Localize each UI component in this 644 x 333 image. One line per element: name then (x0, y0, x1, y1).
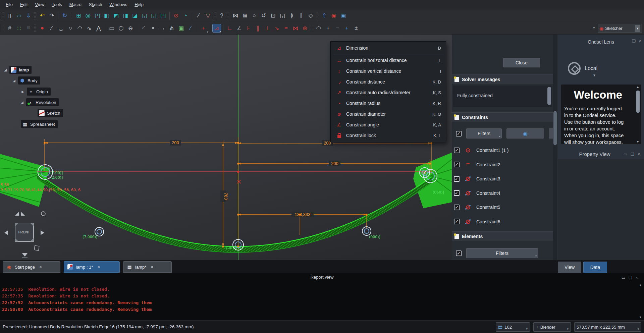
nav-mini-cube[interactable] (34, 245, 39, 251)
tree-item-lamp[interactable]: ◢lamp (3, 65, 32, 74)
menu-windows[interactable]: Windows (106, 1, 131, 8)
menu-macro[interactable]: Macro (66, 1, 85, 8)
menu-item-radius[interactable]: ◔Constrain radiusK, R (331, 98, 446, 109)
show-hide-constraints-button[interactable]: ◉ (506, 128, 544, 138)
tree-item-revolution[interactable]: ◢◗Revolution (20, 98, 59, 107)
menu-item-dimension[interactable]: ⊿DimensionD (331, 43, 446, 53)
decimals-selector[interactable]: ▤ 162▾ (496, 322, 530, 332)
constraint-visibility-checkbox[interactable]: ✓ (454, 162, 460, 167)
toggle-bspline-info-icon[interactable]: ± (352, 24, 361, 33)
split-edge-icon[interactable]: ⋔ (167, 24, 176, 33)
sketch-scale-icon[interactable]: ⊡ (269, 11, 277, 20)
sketch-move-icon[interactable]: ◇ (306, 11, 315, 20)
menu-item-vertical-distance[interactable]: ↕Constrain vertical distanceI (331, 66, 446, 76)
bottom-view-icon[interactable]: ◱ (140, 11, 149, 20)
scroll-thumb[interactable] (636, 91, 640, 113)
sketch-point[interactable] (429, 163, 431, 165)
deactivate-constraint-icon[interactable]: − (333, 24, 342, 33)
tree-item-origin[interactable]: ▶⌖Origin (21, 87, 51, 96)
menu-tools[interactable]: Tools (48, 1, 65, 8)
tab-lamp-document[interactable]: lamp : 1* × (64, 261, 120, 273)
measure-distance-icon[interactable]: ∕ (194, 11, 203, 20)
tree-item-sketch[interactable]: Sketch (32, 109, 63, 117)
menu-item-lock[interactable]: Constrain lockK, L (331, 130, 446, 141)
float-panel-icon[interactable]: ❏ (629, 275, 632, 280)
create-conic-icon[interactable]: ◠ (75, 24, 84, 33)
dock-panel-icon[interactable]: ▭ (624, 152, 627, 157)
std-views-icon[interactable]: ▣ (339, 11, 347, 20)
front-view-icon[interactable]: ◧ (102, 11, 111, 20)
constraint-row[interactable]: ✓⊘Constraint6 (454, 217, 500, 227)
float-panel-icon[interactable]: ❏ (631, 152, 634, 157)
sketch-resize-icon[interactable]: ◱ (278, 11, 287, 20)
constrain-dimension-icon[interactable]: ⊿ (212, 24, 221, 33)
constraints-header[interactable]: Constraints (452, 112, 553, 122)
create-slot-icon[interactable]: ⊖ (126, 24, 135, 33)
zoom-selection-icon[interactable]: ◎ (84, 11, 92, 20)
zoom-fit-icon[interactable]: ⊞ (74, 11, 83, 20)
navigation-cube[interactable]: FRONT (4, 212, 45, 258)
sketch-rotate-icon[interactable]: ↺ (259, 11, 268, 20)
menu-item-auto-radius-diameter[interactable]: ↗Constrain auto radius/diameterK, S (331, 87, 446, 98)
menu-item-diameter[interactable]: ⌀Constrain diameterK, O (331, 109, 446, 119)
constraint-row[interactable]: ✓⊘Constraint3 (454, 174, 500, 184)
welcome-scrollbar[interactable]: ▲ ▼ (636, 85, 640, 144)
constraints-filter-checkbox[interactable]: ✓ (456, 131, 462, 136)
create-polyline-icon[interactable]: ⋀ (94, 24, 103, 33)
dimension-763[interactable]: 763 (220, 143, 228, 246)
report-scrollbar[interactable]: ▲ ▼ (639, 283, 643, 320)
tab-lamp-spreadsheet[interactable]: ▦ lamp* × (123, 261, 172, 273)
scroll-down-icon[interactable]: ▼ (636, 140, 639, 144)
constrain-point-on-object-icon[interactable]: ⊦ (244, 24, 253, 33)
menu-item-horizontal-distance[interactable]: ↔Constrain horizontal distanceL (331, 55, 446, 66)
menu-file[interactable]: File (2, 1, 16, 8)
constraints-filters-button[interactable]: Filters▾ (466, 128, 502, 138)
constrain-tangent-icon[interactable]: ↘ (272, 24, 281, 33)
right-view-icon[interactable]: ◨ (121, 11, 130, 20)
constrain-horizontal-vertical-icon[interactable]: ∟ (225, 24, 234, 33)
dimension-200[interactable]: 200 (238, 161, 430, 166)
sketch-point[interactable] (222, 246, 224, 247)
nav-circle[interactable] (41, 212, 45, 216)
solver-scrollbar[interactable] (547, 87, 551, 105)
toggle-driving-constraint-icon[interactable]: + (342, 24, 351, 33)
constrain-parallel-icon[interactable]: ∥ (254, 24, 262, 33)
view-tab-button[interactable]: View (558, 262, 581, 273)
menu-item-angle[interactable]: ∠Constrain angleK, A (331, 119, 446, 130)
sketch-symmetry-icon[interactable]: ≬ (287, 11, 296, 20)
create-rectangle-icon[interactable]: ▭ (107, 24, 116, 33)
create-fillet-icon[interactable]: ◜ (139, 24, 148, 33)
constraint-visibility-checkbox[interactable]: ✓ (454, 148, 460, 153)
constraint-visibility-checkbox[interactable]: ✓ (454, 176, 460, 182)
create-circle-icon[interactable]: ○ (66, 24, 75, 33)
render-order-icon[interactable]: ≡ (24, 24, 33, 33)
extend-edge-icon[interactable]: → (158, 24, 167, 33)
sketch-point[interactable] (299, 214, 301, 216)
origin-point[interactable] (237, 171, 239, 173)
scroll-up-icon[interactable]: ▲ (636, 85, 639, 89)
sketch-ellipse-icon[interactable]: ○ (250, 11, 259, 20)
undo-icon[interactable]: ↶ (38, 11, 47, 20)
scroll-up-icon[interactable]: ▲ (639, 283, 642, 287)
external-geometry-icon[interactable]: ▣ (177, 24, 185, 33)
close-task-button[interactable]: Close (503, 58, 540, 67)
sketch-point[interactable] (237, 246, 239, 247)
constrain-coincident-icon[interactable]: + (199, 24, 208, 33)
nav-menu-arrow[interactable] (22, 253, 28, 257)
tree-expander-icon[interactable]: ◢ (3, 68, 7, 72)
whats-this-icon[interactable]: ? (217, 11, 226, 20)
ondsel-lens-icon[interactable]: ◉ (329, 11, 338, 20)
rotate-left-arrow[interactable] (15, 212, 19, 216)
sketch-point[interactable] (366, 214, 368, 216)
dock-panel-icon[interactable]: ▭ (622, 275, 625, 280)
trim-edge-icon[interactable]: × (149, 24, 157, 33)
isometric-view-icon[interactable]: ◳ (159, 11, 167, 20)
constraint-row[interactable]: ✓⊘Constraint4 (454, 188, 500, 198)
activate-constraint-icon[interactable]: + (324, 24, 332, 33)
elements-filter-checkbox[interactable]: ✓ (456, 251, 462, 256)
close-tab-icon[interactable]: × (97, 264, 100, 270)
menu-item-distance[interactable]: ↔Constrain distanceK, D (331, 76, 446, 87)
rear-view-icon[interactable]: ◪ (130, 11, 139, 20)
create-arc-icon[interactable]: ◡ (57, 24, 65, 33)
workbench-dropdown-arrow[interactable]: ▼ (635, 25, 640, 32)
